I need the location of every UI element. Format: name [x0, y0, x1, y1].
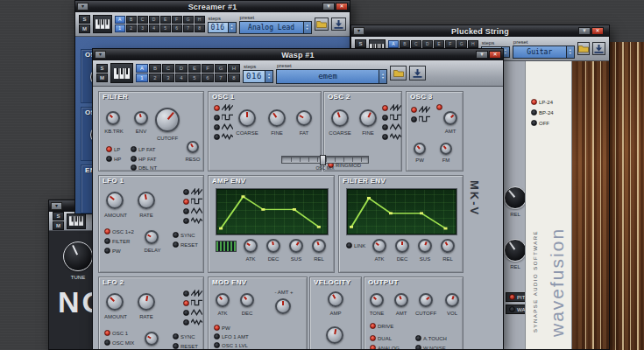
release-knob[interactable] [441, 239, 455, 253]
filter-mode-hp[interactable]: HP [106, 156, 121, 162]
spinner-down-icon[interactable]: ▾ [307, 27, 308, 31]
steps-spinner[interactable]: ▴▾ [265, 70, 273, 83]
preset-display[interactable]: Analog Lead [239, 21, 304, 34]
lfo2-target-osc1[interactable]: OSC 1 [104, 330, 128, 336]
fine-knob[interactable] [359, 109, 377, 127]
window-menu-button[interactable]: ▾ [353, 27, 364, 35]
lfo1-wave-square[interactable] [183, 198, 202, 205]
amt-knob[interactable] [394, 293, 408, 307]
save-preset-button[interactable] [592, 42, 605, 55]
filter-mode-dblnt[interactable]: DBL NT [131, 164, 157, 171]
vol-knob[interactable] [445, 293, 459, 307]
lfo2-wave-square[interactable] [183, 299, 202, 306]
filter-env-knob[interactable] [134, 111, 148, 125]
bank-cell-A[interactable]: A [115, 16, 125, 24]
release-knob[interactable] [312, 239, 326, 253]
virtual-keyboard-button[interactable] [67, 214, 86, 229]
bank-cell-G[interactable]: G [183, 16, 194, 24]
lfo1-wave-saw[interactable] [183, 188, 202, 195]
preset-display[interactable]: emem [276, 69, 379, 84]
lfo1-target-filter[interactable]: FILTER [104, 238, 130, 244]
lfo1-target-osc12[interactable]: OSC 1+2 [104, 228, 134, 234]
sustain-knob[interactable] [289, 239, 303, 253]
bank-cell-7[interactable]: 7 [183, 24, 194, 32]
cutoff-knob[interactable] [155, 108, 180, 132]
filter-option-bp24[interactable]: BP-24 [531, 109, 554, 116]
bank-cell-F[interactable]: F [202, 64, 214, 73]
attack-knob[interactable] [216, 293, 230, 307]
bank-cell-D[interactable]: D [175, 64, 188, 73]
attack-knob[interactable] [372, 239, 386, 253]
bank-cell-3[interactable]: 3 [162, 74, 174, 82]
rel-knob-2[interactable] [504, 239, 527, 262]
amount-knob[interactable] [106, 293, 124, 311]
bank-cell-G[interactable]: G [456, 40, 467, 48]
bank-cell-C[interactable]: C [138, 16, 148, 24]
osc2-wave-triangle[interactable] [382, 123, 401, 130]
fm-knob[interactable] [440, 143, 452, 155]
mod-amt-knob[interactable] [275, 298, 291, 314]
modenv-target-osc1lvl[interactable]: OSC 1 LVL [214, 342, 248, 348]
solo-button[interactable]: S [53, 212, 64, 220]
window-menu-button[interactable]: ▾ [95, 51, 106, 59]
filter-option-off[interactable]: OFF [531, 120, 549, 126]
attack-knob[interactable] [244, 239, 258, 253]
spinner-down-icon[interactable]: ▾ [505, 52, 506, 55]
lfo2-wave-saw[interactable] [183, 290, 202, 297]
osc1-wave-noise[interactable] [214, 133, 233, 140]
bank-cell-B[interactable]: B [400, 40, 410, 48]
osc-mix-slider[interactable] [281, 156, 369, 164]
mute-button[interactable]: M [53, 221, 64, 230]
filter-mode-hpfat[interactable]: HP FAT [131, 156, 156, 162]
filter-mode-lpfat[interactable]: LP FAT [131, 146, 155, 152]
lfo2-wave-noise[interactable] [183, 318, 202, 326]
lfo1-target-pw[interactable]: PW [104, 248, 121, 254]
osc1-wave-triangle[interactable] [214, 123, 233, 130]
bank-cell-B[interactable]: B [149, 64, 161, 73]
close-button[interactable]: ✕ [336, 3, 348, 10]
osc3-wave-saw[interactable] [411, 106, 430, 113]
spinner-down-icon[interactable]: ▾ [268, 76, 270, 80]
lfo2-wave-triangle[interactable] [183, 309, 202, 316]
bank-cell-G[interactable]: G [215, 64, 227, 73]
bank-cell-C[interactable]: C [162, 64, 174, 73]
screamer-titlebar[interactable]: ▾ Screamer #1 ▼ ✕ [75, 1, 350, 12]
filter-mode-lp[interactable]: LP [106, 146, 120, 152]
save-preset-button[interactable] [409, 66, 426, 80]
preset-spinner[interactable]: ▴▾ [304, 21, 312, 34]
sustain-knob[interactable] [418, 239, 432, 253]
velocity-filter-knob[interactable] [326, 326, 343, 344]
rel-knob-1[interactable] [504, 186, 527, 209]
virtual-keyboard-button[interactable] [110, 63, 133, 83]
plucked-titlebar[interactable]: ▾ Plucked String ▼ ✕ [351, 25, 609, 37]
kbtrk-knob[interactable] [106, 111, 120, 125]
lfo2-target-oscmix[interactable]: OSC MIX [104, 340, 134, 346]
fine-knob[interactable] [268, 109, 286, 127]
bank-cell-3[interactable]: 3 [138, 24, 148, 32]
save-preset-button[interactable] [331, 18, 346, 31]
amount-knob[interactable] [106, 192, 124, 209]
fat-knob[interactable] [296, 110, 312, 126]
bank-cell-4[interactable]: 4 [175, 74, 188, 82]
spinner-down-icon[interactable]: ▾ [570, 52, 571, 55]
drive-option[interactable]: DRIVE [370, 323, 393, 329]
slider-handle[interactable] [320, 155, 326, 165]
bank-cell-D[interactable]: D [422, 40, 433, 48]
lfo1-reset-option[interactable]: RESET [173, 242, 198, 248]
steps-display[interactable]: 016 [243, 70, 265, 83]
bank-cell-E[interactable]: E [434, 40, 444, 48]
steps-display[interactable]: 016 [208, 22, 229, 33]
load-preset-button[interactable] [577, 42, 591, 55]
window-menu-button[interactable]: ▾ [51, 202, 62, 210]
bank-cell-A[interactable]: A [136, 64, 148, 73]
delay-knob[interactable] [145, 332, 159, 346]
decay-knob[interactable] [395, 239, 409, 253]
load-preset-button[interactable] [390, 66, 407, 80]
close-button[interactable]: ✕ [591, 27, 604, 35]
bank-cell-C[interactable]: C [411, 40, 421, 48]
osc1-wave-square[interactable] [214, 114, 233, 121]
rate-knob[interactable] [138, 293, 155, 311]
bank-cell-H[interactable]: H [228, 64, 240, 73]
bank-cell-6[interactable]: 6 [172, 24, 182, 32]
output-mode-analog[interactable]: ANALOG [370, 345, 400, 350]
